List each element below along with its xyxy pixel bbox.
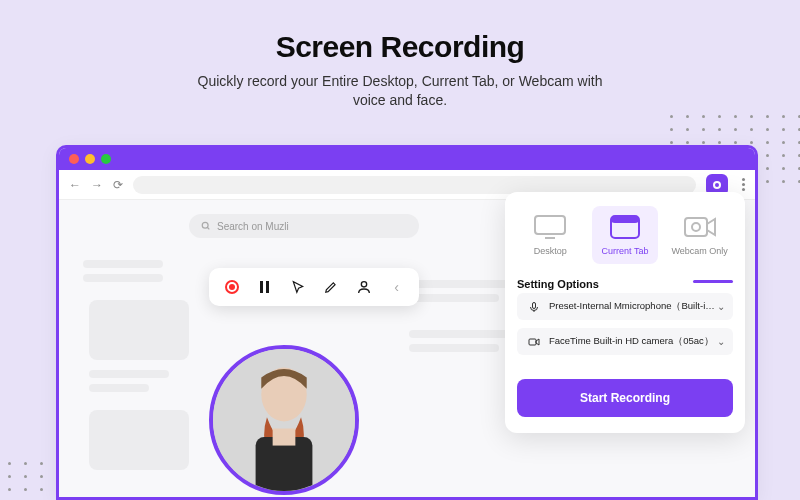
camera-icon xyxy=(525,336,543,348)
svg-point-1 xyxy=(715,183,719,187)
start-recording-button[interactable]: Start Recording xyxy=(517,379,733,417)
pause-button[interactable] xyxy=(252,274,278,300)
window-titlebar xyxy=(59,148,755,170)
skeleton-line xyxy=(409,330,519,338)
svg-point-2 xyxy=(202,222,208,228)
cursor-icon xyxy=(291,280,305,294)
mode-label: Webcam Only xyxy=(668,246,731,256)
skeleton-line xyxy=(409,294,499,302)
accent-underline xyxy=(693,280,733,283)
skeleton-line xyxy=(409,280,519,288)
person-icon xyxy=(356,279,372,295)
skeleton-card xyxy=(89,300,189,360)
chevron-down-icon: ⌄ xyxy=(717,301,725,312)
url-bar[interactable] xyxy=(133,176,696,194)
collapse-button[interactable]: ‹ xyxy=(384,274,410,300)
svg-point-14 xyxy=(692,223,700,231)
camera-select[interactable]: FaceTime Built-in HD camera（05ac） ⌄ xyxy=(517,328,733,355)
mode-label: Desktop xyxy=(519,246,582,256)
mode-selector: Desktop Current Tab Webcam Only xyxy=(517,206,733,264)
svg-line-3 xyxy=(207,227,209,229)
svg-rect-15 xyxy=(533,302,536,308)
window-close-button[interactable] xyxy=(69,154,79,164)
mode-desktop[interactable]: Desktop xyxy=(517,206,584,264)
search-icon xyxy=(201,221,211,231)
camera-label: FaceTime Built-in HD camera（05ac） xyxy=(543,335,717,348)
chevron-down-icon: ⌄ xyxy=(717,336,725,347)
browser-menu-icon[interactable] xyxy=(742,178,745,191)
page-subtitle: Quickly record your Entire Desktop, Curr… xyxy=(0,72,800,110)
skeleton-line xyxy=(89,384,149,392)
back-icon[interactable]: ← xyxy=(69,178,81,192)
skeleton-line xyxy=(83,274,163,282)
reload-icon[interactable]: ⟳ xyxy=(113,178,123,192)
recording-toolbar: ‹ xyxy=(209,268,419,306)
webcam-icon xyxy=(683,215,717,239)
skeleton-line xyxy=(409,344,499,352)
desktop-icon xyxy=(533,214,567,240)
svg-point-4 xyxy=(361,282,366,287)
record-indicator-icon xyxy=(225,280,239,294)
cursor-tool-button[interactable] xyxy=(285,274,311,300)
record-icon xyxy=(711,179,723,191)
forward-icon[interactable]: → xyxy=(91,178,103,192)
skeleton-card xyxy=(89,410,189,470)
page-search-input[interactable]: Search on Muzli xyxy=(189,214,419,238)
draw-tool-button[interactable] xyxy=(318,274,344,300)
svg-rect-16 xyxy=(529,339,536,345)
microphone-label: Preset-Internal Mmicrophone（Built-in） xyxy=(543,300,717,313)
mode-current-tab[interactable]: Current Tab xyxy=(592,206,659,264)
svg-rect-13 xyxy=(685,218,707,236)
webcam-preview[interactable] xyxy=(209,345,359,495)
skeleton-line xyxy=(83,260,163,268)
pause-icon xyxy=(260,281,269,293)
page-content: Search on Muzli ‹ xyxy=(59,200,755,497)
skeleton-line xyxy=(89,370,169,378)
window-maximize-button[interactable] xyxy=(101,154,111,164)
svg-rect-8 xyxy=(273,429,296,446)
mode-label: Current Tab xyxy=(594,246,657,256)
record-button[interactable] xyxy=(219,274,245,300)
svg-rect-9 xyxy=(535,216,565,234)
browser-window: ← → ⟳ Search on Muzli xyxy=(56,145,758,500)
microphone-icon xyxy=(525,301,543,313)
tab-icon xyxy=(609,214,641,240)
pencil-icon xyxy=(324,280,338,294)
camera-toggle-button[interactable] xyxy=(351,274,377,300)
svg-rect-12 xyxy=(611,216,639,223)
window-minimize-button[interactable] xyxy=(85,154,95,164)
recording-panel: Desktop Current Tab Webcam Only Setting … xyxy=(505,192,745,433)
mode-webcam-only[interactable]: Webcam Only xyxy=(666,206,733,264)
page-title: Screen Recording xyxy=(0,0,800,64)
microphone-select[interactable]: Preset-Internal Mmicrophone（Built-in） ⌄ xyxy=(517,293,733,320)
person-avatar-icon xyxy=(213,349,355,491)
